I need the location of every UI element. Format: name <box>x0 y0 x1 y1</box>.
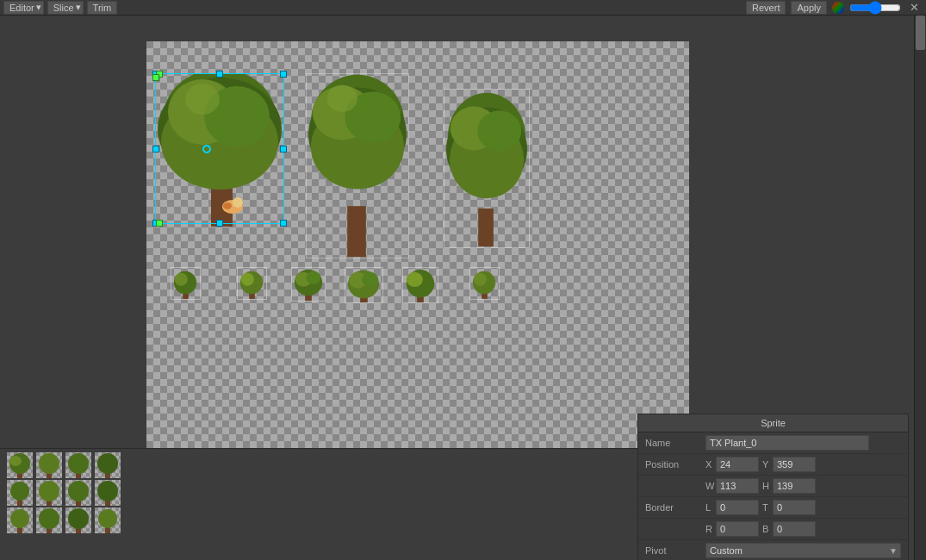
r-input[interactable] <box>716 521 759 537</box>
svg-point-51 <box>97 453 118 474</box>
x-input[interactable] <box>716 457 759 472</box>
pivot-wrapper: Custom Center Top Left Top Center Top Ri… <box>705 543 901 558</box>
tree-sprite-1[interactable] <box>155 73 289 227</box>
border-row-lt: Border L T <box>638 497 908 519</box>
bush-sprite-5[interactable] <box>402 267 438 303</box>
svg-point-49 <box>68 453 89 474</box>
tree-sprite-3[interactable] <box>444 89 530 248</box>
svg-point-67 <box>98 509 117 528</box>
border-lt-fields: L T <box>705 500 901 515</box>
w-input[interactable] <box>716 478 759 494</box>
y-letter: Y <box>762 459 771 470</box>
panel-title: Sprite <box>638 414 908 432</box>
svg-rect-17 <box>478 208 494 246</box>
svg-point-16 <box>327 85 357 112</box>
trim-button[interactable]: Trim <box>87 1 118 15</box>
thumb-8[interactable] <box>95 480 121 506</box>
thumb-6[interactable] <box>36 480 62 506</box>
border-row-rb: R B <box>638 519 908 540</box>
bush-sprite-1[interactable] <box>171 267 201 300</box>
thumb-3[interactable] <box>65 452 91 478</box>
svg-point-65 <box>68 508 89 529</box>
b-input[interactable] <box>773 521 816 537</box>
zoom-slider-container <box>849 3 901 12</box>
scrollbar[interactable] <box>914 16 926 560</box>
thumb-11[interactable] <box>65 507 91 533</box>
thumb-12[interactable] <box>95 507 121 533</box>
border-label: Border <box>645 502 705 513</box>
svg-point-36 <box>362 272 378 287</box>
wh-row: W H <box>638 476 908 497</box>
slice-chevron-icon: ▾ <box>76 2 81 13</box>
bush-sprite-6[interactable] <box>469 267 500 300</box>
pivot-select[interactable]: Custom Center Top Left Top Center Top Ri… <box>705 543 901 558</box>
svg-point-55 <box>39 481 59 501</box>
editor-label: Editor <box>9 3 34 13</box>
svg-point-59 <box>97 481 118 501</box>
bush-sprite-4[interactable] <box>345 267 383 303</box>
w-letter: W <box>705 481 714 491</box>
position-fields: X Y <box>705 457 901 472</box>
thumb-4[interactable] <box>95 452 121 478</box>
svg-point-53 <box>10 482 29 501</box>
thumb-9[interactable] <box>7 507 33 533</box>
l-input[interactable] <box>716 500 759 515</box>
name-input[interactable] <box>705 435 869 451</box>
svg-point-22 <box>477 110 521 151</box>
svg-point-39 <box>407 272 423 287</box>
r-letter: R <box>705 524 714 534</box>
name-row: Name <box>638 432 908 454</box>
position-label: Position <box>645 459 705 470</box>
svg-point-8 <box>233 197 243 208</box>
svg-point-28 <box>241 273 254 286</box>
l-field-group: L <box>705 500 759 515</box>
y-field-group: Y <box>762 457 816 472</box>
w-field-group: W <box>705 478 759 494</box>
slice-dropdown[interactable]: Slice ▾ <box>47 1 84 15</box>
x-field-group: X <box>705 457 759 472</box>
bush-sprite-2[interactable] <box>237 267 267 300</box>
svg-rect-10 <box>347 206 366 257</box>
zoom-slider[interactable] <box>849 3 901 12</box>
svg-point-32 <box>306 271 320 284</box>
pivot-label: Pivot <box>645 545 705 556</box>
svg-point-47 <box>39 453 59 474</box>
bush-sprite-3[interactable] <box>291 267 326 302</box>
pivot-row: Pivot Custom Center Top Left Top Center … <box>638 540 908 560</box>
scrollbar-thumb[interactable] <box>916 16 925 50</box>
svg-point-45 <box>9 456 22 466</box>
svg-point-57 <box>68 481 89 501</box>
editor-chevron-icon: ▾ <box>36 2 41 13</box>
toolbar-right: Revert Apply ✕ <box>746 1 923 15</box>
y-input[interactable] <box>773 457 816 472</box>
thumb-2[interactable] <box>36 452 62 478</box>
color-mode-icon[interactable] <box>832 2 844 14</box>
t-letter: T <box>762 502 771 513</box>
name-label: Name <box>645 438 705 448</box>
thumb-5[interactable] <box>7 480 33 506</box>
revert-button[interactable]: Revert <box>746 1 786 15</box>
t-input[interactable] <box>773 500 816 515</box>
tree-sprite-2[interactable] <box>306 73 409 258</box>
wh-fields: W H <box>705 478 901 494</box>
t-field-group: T <box>762 500 816 515</box>
close-button[interactable]: ✕ <box>906 1 923 14</box>
thumb-10[interactable] <box>36 507 62 533</box>
thumb-1[interactable] <box>7 452 33 478</box>
b-field-group: B <box>762 521 816 537</box>
sprite-panel: Sprite Name Position X Y W H <box>637 414 909 560</box>
x-letter: X <box>705 459 714 470</box>
h-input[interactable] <box>773 478 816 494</box>
b-letter: B <box>762 524 771 534</box>
svg-point-6 <box>185 84 220 115</box>
thumb-7[interactable] <box>65 480 91 506</box>
svg-point-25 <box>175 273 188 286</box>
toolbar: Editor ▾ Slice ▾ Trim Revert Apply ✕ <box>0 0 926 16</box>
svg-point-42 <box>474 273 487 286</box>
r-field-group: R <box>705 521 759 537</box>
svg-point-61 <box>10 509 29 528</box>
slice-label: Slice <box>53 3 74 13</box>
editor-dropdown[interactable]: Editor ▾ <box>3 1 44 15</box>
border-rb-fields: R B <box>705 521 901 537</box>
apply-button[interactable]: Apply <box>791 1 827 15</box>
